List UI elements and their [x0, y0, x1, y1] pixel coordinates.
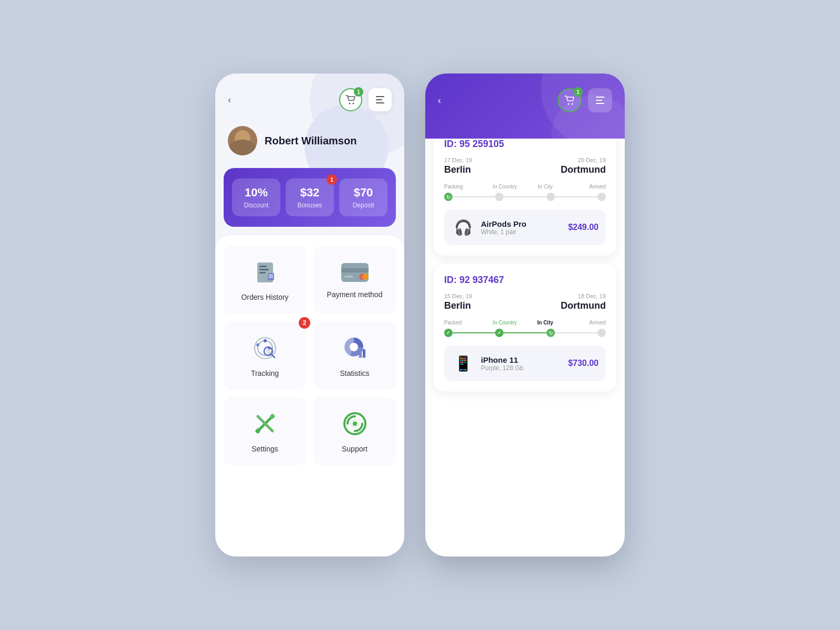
cart-badge: 1 — [354, 87, 363, 97]
svg-point-36 — [572, 103, 573, 105]
product-row-2: 📱 iPhone 11 Purple, 128 Gb $730.00 — [444, 345, 606, 381]
track-dot-0 — [444, 193, 453, 201]
product-name-1: AirPods Pro — [481, 219, 562, 228]
order-route-2: 15 Dec, 19 Berlin 18 Dec, 19 Dortmund — [444, 293, 606, 311]
track-dot-1 — [495, 193, 503, 201]
track-dot-2-0 — [444, 329, 453, 337]
header-cart-button[interactable]: 1 — [558, 88, 582, 112]
track-dot-2-2 — [547, 329, 555, 337]
tracking-line-1 — [444, 193, 606, 201]
user-section: Robert Williamson — [215, 120, 404, 168]
step-label-in-city-2: In City — [525, 320, 565, 326]
svg-point-24 — [350, 343, 358, 351]
stat-bonuses: $32 Bonuses — [286, 178, 334, 216]
tracking-labels-2: Packed In Country In City Arrived — [444, 320, 606, 326]
phone-right: ‹ 1 — [425, 74, 625, 556]
product-info-2: iPhone 11 Purple, 128 Gb — [481, 355, 562, 372]
discount-value: 10% — [237, 186, 275, 200]
step-label-in-country: In Country — [485, 184, 525, 190]
header-icons: 1 — [558, 88, 612, 112]
from-date-2: 15 Dec, 19 — [444, 293, 472, 299]
product-row-1: 🎧 AirPods Pro White, 1 pair $249.00 — [444, 209, 606, 245]
route-to-1: 20 Dec, 19 Dortmund — [561, 157, 606, 175]
product-name-2: iPhone 11 — [481, 355, 562, 364]
svg-point-22 — [266, 349, 270, 353]
svg-rect-12 — [344, 276, 353, 278]
from-date-1: 17 Dec, 19 — [444, 157, 472, 163]
top-bar: ‹ 1 — [215, 74, 404, 120]
screens-container: ‹ 1 — [215, 74, 625, 556]
menu-item-payment-method[interactable]: Payment method — [313, 246, 396, 314]
menu-item-settings[interactable]: Settings — [224, 397, 306, 465]
menu-item-orders-history[interactable]: Orders History — [224, 246, 306, 314]
track-line-2 — [555, 196, 597, 197]
step-label-packed: Packed — [444, 320, 485, 326]
header-menu-button[interactable] — [588, 88, 612, 112]
track-line-2-2 — [555, 332, 597, 333]
orders-history-label: Orders History — [241, 293, 288, 301]
bonuses-value: $32 — [291, 186, 329, 200]
to-city-1: Dortmund — [561, 164, 606, 175]
top-icons: 1 — [339, 88, 392, 111]
tracking-label: Tracking — [251, 369, 279, 377]
product-price-1: $249.00 — [568, 223, 598, 232]
order-card-1: ID: 95 259105 17 Dec, 19 Berlin 20 Dec, … — [434, 128, 616, 256]
route-from-2: 15 Dec, 19 Berlin — [444, 293, 472, 311]
stats-banner: 10% Discount $32 Bonuses $70 Deposit — [224, 168, 396, 227]
track-line-2-0 — [453, 332, 495, 333]
deposit-value: $70 — [344, 186, 382, 200]
discount-label: Discount — [237, 202, 275, 209]
tracking-bar-1: Packing In Country In City Arrived — [444, 184, 606, 201]
menu-grid-section: Orders History Payment method 2 — [215, 235, 404, 556]
orders-list: ID: 95 259105 17 Dec, 19 Berlin 20 Dec, … — [425, 128, 625, 556]
step-label-in-country-2: In Country — [485, 320, 525, 326]
menu-button[interactable] — [369, 88, 392, 111]
orders-history-icon — [251, 258, 279, 287]
deposit-label: Deposit — [344, 202, 382, 209]
header-back-button[interactable]: ‹ — [438, 95, 441, 106]
right-header: ‹ 1 — [425, 74, 625, 139]
route-to-2: 18 Dec, 19 Dortmund — [561, 293, 606, 311]
track-dot-2-3 — [597, 329, 606, 337]
step-label-in-city: In City — [525, 184, 565, 190]
product-icon-airpods: 🎧 — [452, 216, 475, 239]
menu-item-support[interactable]: Support — [313, 397, 396, 465]
product-info-1: AirPods Pro White, 1 pair — [481, 219, 562, 236]
svg-point-34 — [353, 422, 357, 426]
product-icon-iphone: 📱 — [452, 352, 475, 375]
cart-button[interactable]: 1 — [339, 88, 362, 111]
order-id-2: ID: 92 937467 — [444, 275, 606, 286]
hamburger-icon — [376, 96, 384, 103]
svg-point-35 — [568, 103, 570, 105]
svg-point-1 — [353, 103, 354, 104]
step-label-arrived: Arrived — [565, 184, 606, 190]
svg-point-17 — [256, 343, 259, 346]
tracking-line-2 — [444, 329, 606, 337]
settings-label: Settings — [251, 445, 278, 453]
order-card-2: ID: 92 937467 15 Dec, 19 Berlin 18 Dec, … — [434, 264, 616, 392]
product-price-2: $730.00 — [568, 359, 598, 368]
svg-rect-4 — [259, 266, 267, 267]
menu-item-statistics[interactable]: Statistics — [313, 321, 396, 390]
order-id-1: ID: 95 259105 — [444, 139, 606, 150]
from-city-2: Berlin — [444, 300, 472, 311]
menu-item-tracking[interactable]: 2 Tracking — [224, 321, 306, 390]
back-button[interactable]: ‹ — [228, 94, 231, 106]
step-label-arrived-2: Arrived — [565, 320, 606, 326]
payment-method-icon — [339, 261, 371, 284]
bonuses-label: Bonuses — [291, 202, 329, 209]
menu-grid: Orders History Payment method 2 — [224, 246, 396, 465]
svg-point-18 — [264, 339, 267, 342]
stat-deposit: $70 Deposit — [339, 178, 387, 216]
track-dot-2-1 — [495, 329, 503, 337]
statistics-icon — [340, 333, 370, 363]
track-dot-3 — [597, 193, 606, 201]
phone-left: ‹ 1 — [215, 74, 404, 556]
support-icon — [340, 409, 370, 438]
tracking-badge: 2 — [299, 317, 310, 329]
stat-discount: 10% Discount — [232, 178, 280, 216]
from-city-1: Berlin — [444, 164, 472, 175]
route-from-1: 17 Dec, 19 Berlin — [444, 157, 472, 175]
svg-rect-5 — [259, 269, 269, 270]
svg-rect-6 — [259, 272, 266, 274]
